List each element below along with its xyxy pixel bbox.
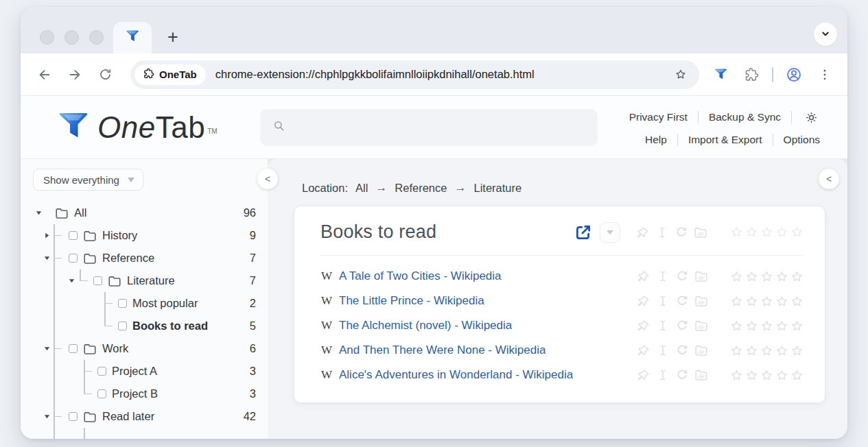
breadcrumb-item-reference[interactable]: Reference xyxy=(395,182,447,195)
tree-checkbox[interactable] xyxy=(93,276,102,285)
star-icon[interactable] xyxy=(745,369,758,382)
header-link-help[interactable]: Help xyxy=(645,134,667,146)
tree-checkbox[interactable] xyxy=(69,344,78,353)
star-icon[interactable] xyxy=(745,270,758,283)
star-icon[interactable] xyxy=(730,226,743,239)
star-icon[interactable] xyxy=(775,319,788,333)
star-icon[interactable] xyxy=(760,270,773,283)
search-input[interactable] xyxy=(294,121,585,134)
move-to-folder-icon[interactable] xyxy=(694,270,708,282)
open-all-external-link-icon[interactable] xyxy=(573,222,594,243)
reload-button[interactable] xyxy=(93,63,117,86)
pin-icon[interactable] xyxy=(637,343,650,357)
tree-checkbox[interactable] xyxy=(97,389,106,398)
extensions-puzzle-icon[interactable] xyxy=(741,64,762,85)
star-icon[interactable] xyxy=(790,226,804,239)
maximize-window-icon[interactable] xyxy=(89,30,104,45)
group-menu-dropdown[interactable] xyxy=(600,222,620,243)
star-icon[interactable] xyxy=(775,226,788,239)
tree-item-work[interactable]: Work6 xyxy=(33,337,256,360)
rename-icon[interactable] xyxy=(656,368,670,382)
star-icon[interactable] xyxy=(730,369,743,382)
minimize-window-icon[interactable] xyxy=(64,30,79,45)
rename-icon[interactable] xyxy=(656,294,670,308)
right-panel-collapse-button[interactable]: < xyxy=(819,169,839,189)
tab-link-and-then-there-were-none-wikipedia[interactable]: And Then There Were None - Wikipedia xyxy=(339,343,546,357)
star-icon[interactable] xyxy=(775,295,788,308)
star-icon[interactable] xyxy=(790,344,804,357)
tree-item-history[interactable]: History9 xyxy=(33,224,256,247)
tree-caret-right-icon[interactable] xyxy=(41,232,52,239)
header-link-options[interactable]: Options xyxy=(784,134,820,146)
star-icon[interactable] xyxy=(730,344,743,357)
tab-link-the-little-prince-wikipedia[interactable]: The Little Prince - Wikipedia xyxy=(339,294,484,308)
tree-item-books-to-read[interactable]: Books to read5 xyxy=(33,315,256,337)
pin-icon[interactable] xyxy=(637,294,650,308)
restore-icon[interactable] xyxy=(675,294,689,308)
star-icon[interactable] xyxy=(730,270,743,283)
move-to-folder-icon[interactable] xyxy=(694,226,707,239)
tree-checkbox[interactable] xyxy=(97,367,106,376)
breadcrumb-item-literature[interactable]: Literature xyxy=(473,182,521,195)
onetab-extension-icon[interactable] xyxy=(710,64,731,85)
bookmark-star-icon[interactable] xyxy=(670,64,691,85)
tree-checkbox[interactable] xyxy=(118,322,127,330)
restore-icon[interactable] xyxy=(675,269,689,283)
tree-caret-down-icon[interactable] xyxy=(41,345,52,352)
tree-checkbox[interactable] xyxy=(69,254,78,263)
search-box[interactable] xyxy=(260,109,598,146)
pin-icon[interactable] xyxy=(636,226,650,239)
tab-search-button[interactable] xyxy=(814,23,837,46)
tree-item-read-later[interactable]: Read later42 xyxy=(33,405,256,428)
tree-checkbox[interactable] xyxy=(69,231,78,240)
tab-link-alice-s-adventures-in-wonderland-wikipedia[interactable]: Alice's Adventures in Wonderland - Wikip… xyxy=(339,368,573,382)
tree-checkbox[interactable] xyxy=(69,412,78,421)
move-to-folder-icon[interactable] xyxy=(694,369,708,381)
header-link-privacy-first[interactable]: Privacy First xyxy=(629,111,688,123)
star-icon[interactable] xyxy=(745,344,758,357)
move-to-folder-icon[interactable] xyxy=(694,344,708,357)
star-icon[interactable] xyxy=(760,319,773,333)
tree-caret-down-icon[interactable] xyxy=(66,277,77,285)
tree-checkbox[interactable] xyxy=(118,299,127,308)
tree-item-most-popular[interactable]: Most popular2 xyxy=(33,292,256,315)
star-icon[interactable] xyxy=(790,295,804,308)
url-text[interactable]: chrome-extension://chphlpgkkbolifaimnllo… xyxy=(215,68,670,81)
move-to-folder-icon[interactable] xyxy=(694,295,708,307)
tab-link-a-tale-of-two-cities-wikipedia[interactable]: A Tale of Two Cities - Wikipedia xyxy=(339,269,502,283)
pin-icon[interactable] xyxy=(637,319,650,333)
star-icon[interactable] xyxy=(745,226,758,239)
rename-icon[interactable] xyxy=(656,343,670,357)
star-icon[interactable] xyxy=(760,344,773,357)
star-icon[interactable] xyxy=(775,270,788,283)
close-window-icon[interactable] xyxy=(40,30,54,45)
tab-onetab[interactable] xyxy=(113,22,152,53)
pin-icon[interactable] xyxy=(637,269,650,283)
star-icon[interactable] xyxy=(730,319,743,333)
move-to-folder-icon[interactable] xyxy=(694,319,708,332)
star-icon[interactable] xyxy=(730,295,743,308)
star-icon[interactable] xyxy=(760,295,773,308)
restore-icon[interactable] xyxy=(675,319,689,333)
tree-item-reference[interactable]: Reference7 xyxy=(33,247,256,269)
star-icon[interactable] xyxy=(745,319,758,333)
sidebar-collapse-button[interactable]: < xyxy=(257,169,278,189)
breadcrumb-item-all[interactable]: All xyxy=(355,182,368,195)
extension-chip[interactable]: OneTab xyxy=(134,64,206,85)
restore-icon[interactable] xyxy=(675,226,688,239)
tree-caret-down-icon[interactable] xyxy=(41,254,52,262)
rename-icon[interactable] xyxy=(656,319,670,333)
tab-link-the-alchemist-novel-wikipedia[interactable]: The Alchemist (novel) - Wikipedia xyxy=(339,319,512,333)
forward-button[interactable] xyxy=(63,63,86,86)
tree-item-project-b[interactable]: Project B3 xyxy=(33,383,256,405)
star-icon[interactable] xyxy=(775,344,788,357)
tree-caret-down-icon[interactable] xyxy=(33,209,44,217)
pin-icon[interactable] xyxy=(637,368,650,382)
browser-menu-icon[interactable] xyxy=(814,64,835,85)
star-icon[interactable] xyxy=(760,226,773,239)
tree-item-literature[interactable]: Literature7 xyxy=(33,269,256,292)
header-link-import-export[interactable]: Import & Export xyxy=(688,134,762,146)
new-tab-button[interactable]: + xyxy=(161,25,185,49)
rename-icon[interactable] xyxy=(656,269,670,283)
star-icon[interactable] xyxy=(790,369,804,382)
